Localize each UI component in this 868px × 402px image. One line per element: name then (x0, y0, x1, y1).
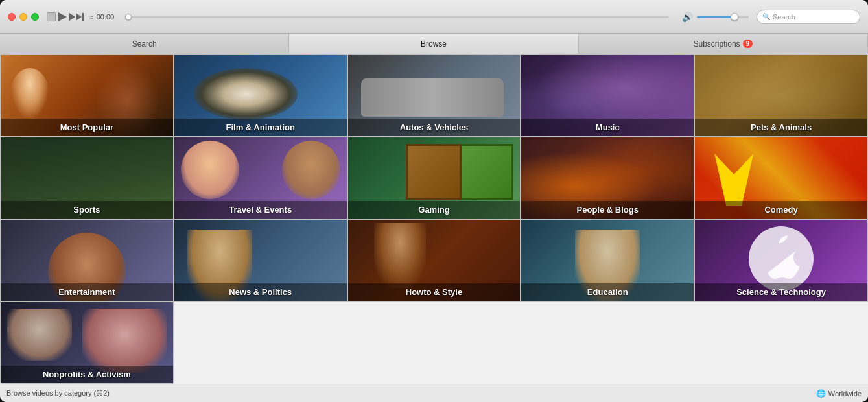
autos-vehicles-label: Autos & Vehicles (348, 119, 521, 136)
category-film-animation[interactable]: Film & Animation (174, 54, 347, 137)
category-most-popular[interactable]: Most Popular (0, 54, 174, 137)
science-tech-label: Science & Technology (695, 283, 867, 301)
progress-knob[interactable] (125, 14, 132, 20)
music-label: Music (521, 119, 694, 136)
eq-icon: ≈ (89, 12, 94, 22)
category-autos-vehicles[interactable]: Autos & Vehicles (347, 54, 521, 137)
category-pets-animals[interactable]: Pets & Animals (694, 54, 868, 137)
traffic-lights (8, 13, 39, 21)
current-time: 00:00 (97, 13, 120, 21)
close-button[interactable] (8, 13, 16, 21)
pets-animals-label: Pets & Animals (695, 119, 867, 136)
categories-grid: Most Popular Film & Animation Autos & Ve… (0, 54, 868, 384)
app-window: ≈ 00:00 🔊 🔍 Search Search Browse (0, 0, 868, 402)
statusbar-right: 🌐 Worldwide (816, 389, 862, 398)
entertainment-label: Entertainment (1, 283, 173, 301)
search-box[interactable]: 🔍 Search (757, 10, 860, 24)
volume-control: 🔊 (682, 12, 749, 22)
category-comedy[interactable]: Comedy (694, 137, 868, 219)
worldwide-icon: 🌐 (816, 389, 826, 398)
category-education[interactable]: Education (521, 219, 694, 302)
category-gaming[interactable]: Gaming (347, 137, 521, 219)
category-music[interactable]: Music (521, 54, 694, 137)
play-button[interactable] (58, 12, 67, 21)
volume-knob[interactable] (731, 13, 738, 21)
progress-bar[interactable] (125, 16, 669, 18)
category-news-politics[interactable]: News & Politics (174, 219, 347, 302)
statusbar: Browse videos by category (⌘2) 🌐 Worldwi… (0, 384, 868, 402)
travel-events-label: Travel & Events (174, 201, 347, 219)
worldwide-text: Worldwide (828, 390, 862, 397)
comedy-label: Comedy (695, 201, 867, 219)
category-nonprofits[interactable]: Nonprofits & Activism (0, 302, 174, 384)
category-travel-events[interactable]: Travel & Events (174, 137, 347, 219)
most-popular-label: Most Popular (1, 119, 173, 136)
film-animation-label: Film & Animation (174, 119, 347, 136)
maximize-button[interactable] (31, 13, 39, 21)
category-sports[interactable]: Sports (0, 137, 174, 219)
volume-bar[interactable] (697, 16, 749, 18)
people-blogs-label: People & Blogs (521, 201, 694, 219)
category-entertainment[interactable]: Entertainment (0, 219, 174, 302)
skip-forward-button[interactable] (69, 13, 84, 21)
nonprofits-label: Nonprofits & Activism (1, 366, 173, 383)
stop-button[interactable] (47, 12, 56, 21)
apple-logo-icon (758, 233, 804, 279)
tab-search[interactable]: Search (0, 34, 289, 54)
news-politics-label: News & Politics (174, 283, 347, 301)
category-people-blogs[interactable]: People & Blogs (521, 137, 694, 219)
gaming-label: Gaming (348, 201, 521, 219)
tab-subscriptions[interactable]: Subscriptions 9 (579, 34, 868, 54)
statusbar-left-text: Browse videos by category (⌘2) (6, 389, 110, 397)
subscriptions-badge: 9 (743, 40, 753, 48)
titlebar: ≈ 00:00 🔊 🔍 Search (0, 0, 868, 34)
search-placeholder: Search (773, 13, 795, 21)
volume-icon: 🔊 (682, 12, 693, 22)
minimize-button[interactable] (19, 13, 27, 21)
sports-label: Sports (1, 201, 173, 219)
search-icon: 🔍 (762, 13, 770, 20)
category-howto-style[interactable]: Howto & Style (347, 219, 521, 302)
volume-fill (697, 16, 733, 18)
category-science-tech[interactable]: Science & Technology (694, 219, 868, 302)
education-label: Education (521, 283, 694, 301)
tabbar: Search Browse Subscriptions 9 (0, 34, 868, 54)
howto-style-label: Howto & Style (348, 283, 521, 301)
tab-browse[interactable]: Browse (289, 34, 578, 54)
